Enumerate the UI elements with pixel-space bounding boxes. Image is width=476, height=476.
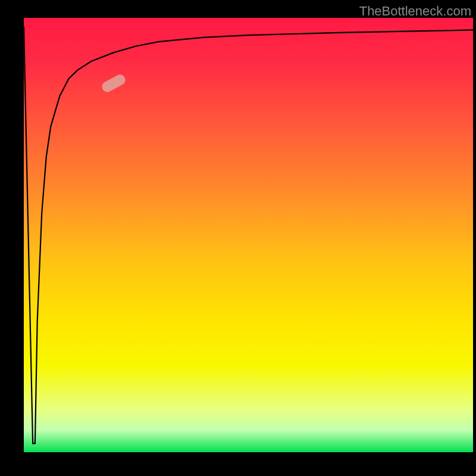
bottleneck-curve (24, 27, 473, 444)
curve-layer (24, 18, 473, 452)
y-axis-line (21, 18, 24, 452)
watermark-text: TheBottleneck.com (359, 4, 471, 19)
x-axis-line (24, 452, 473, 455)
